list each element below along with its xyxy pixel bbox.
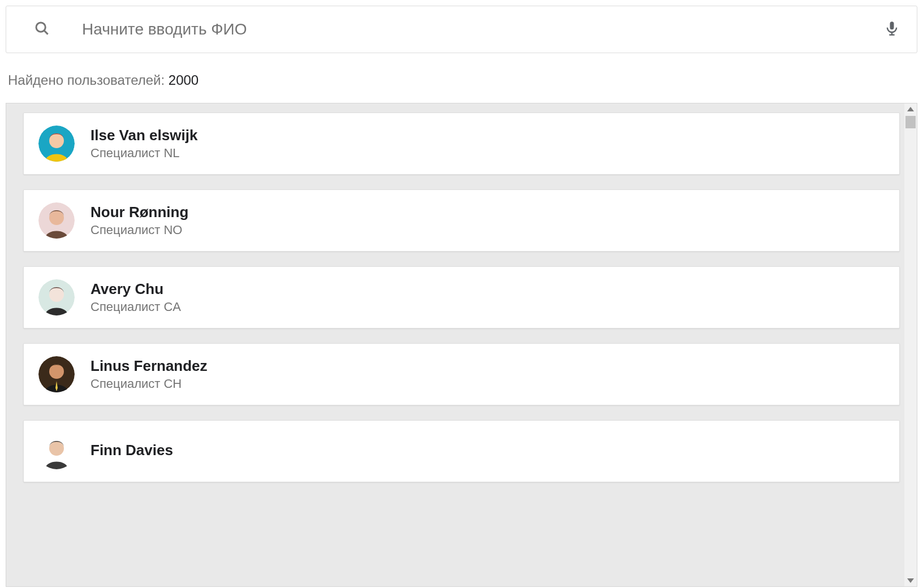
search-bar	[6, 6, 917, 53]
user-name: Finn Davies	[90, 442, 173, 459]
mic-icon[interactable]	[884, 19, 900, 40]
user-name: Avery Chu	[90, 280, 181, 298]
user-card-text: Finn Davies	[90, 442, 173, 460]
results-panel: Ilse Van elswijk Специалист NL Nour Rønn…	[6, 103, 917, 587]
svg-point-0	[36, 23, 45, 32]
user-card[interactable]: Ilse Van elswijk Специалист NL	[23, 113, 900, 175]
svg-point-13	[49, 441, 64, 456]
user-card-text: Avery Chu Специалист CA	[90, 280, 181, 314]
search-icon	[33, 20, 50, 39]
avatar	[38, 356, 75, 392]
svg-point-9	[49, 287, 64, 302]
svg-point-7	[49, 210, 64, 225]
svg-line-1	[44, 31, 48, 34]
user-role: Специалист NO	[90, 223, 188, 237]
user-card[interactable]: Finn Davies	[23, 420, 900, 482]
scrollbar-down-arrow[interactable]	[904, 575, 917, 586]
user-role: Специалист CA	[90, 300, 181, 314]
user-name: Nour Rønning	[90, 204, 188, 221]
avatar	[38, 202, 75, 239]
svg-point-5	[49, 133, 64, 148]
user-role: Специалист NL	[90, 146, 197, 161]
user-card[interactable]: Linus Fernandez Специалист CH	[23, 343, 900, 405]
scrollbar-up-arrow[interactable]	[904, 103, 917, 115]
user-card[interactable]: Nour Rønning Специалист NO	[23, 189, 900, 252]
avatar	[38, 279, 75, 315]
scrollbar-track[interactable]	[904, 103, 917, 586]
user-card-text: Ilse Van elswijk Специалист NL	[90, 127, 197, 160]
search-input[interactable]	[82, 20, 884, 38]
user-card[interactable]: Avery Chu Специалист CA	[23, 266, 900, 328]
avatar	[38, 126, 75, 162]
scrollbar-thumb[interactable]	[905, 116, 916, 128]
user-name: Ilse Van elswijk	[90, 127, 197, 144]
user-card-text: Nour Rønning Специалист NO	[90, 204, 188, 237]
svg-point-11	[49, 364, 64, 379]
results-count: Найдено пользователей: 2000	[8, 72, 917, 88]
user-role: Специалист CH	[90, 377, 208, 391]
results-count-label: Найдено пользователей:	[8, 72, 169, 88]
user-card-text: Linus Fernandez Специалист CH	[90, 357, 208, 391]
avatar	[38, 433, 75, 469]
user-name: Linus Fernandez	[90, 357, 208, 375]
results-count-value: 2000	[169, 72, 199, 88]
